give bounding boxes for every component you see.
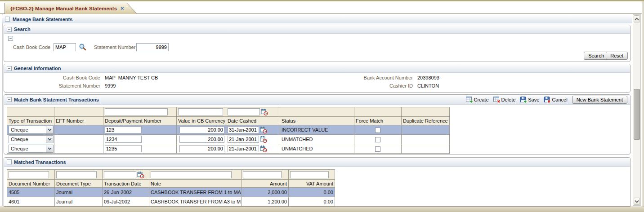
transaction-date-cell[interactable]: 26-Jun-2002 bbox=[103, 188, 149, 197]
tab-manage-manual-bank-statements[interactable]: {FCBO-2} Manage Manual Bank Statements × bbox=[4, 3, 137, 14]
type-of-transaction-select[interactable]: Cheque bbox=[9, 135, 54, 143]
type-of-transaction-select[interactable]: Cheque bbox=[9, 145, 54, 153]
vat-amount-cell[interactable]: 0.00 bbox=[289, 197, 335, 207]
note-cell[interactable]: CASHBOOK TRANSFER FROM A3 to MAP bbox=[149, 197, 242, 207]
force-match-checkbox[interactable] bbox=[375, 128, 380, 133]
value-filter-input[interactable] bbox=[178, 108, 223, 115]
date-picker-icon[interactable] bbox=[137, 171, 144, 178]
scroll-down-icon[interactable] bbox=[634, 198, 640, 205]
column-header[interactable]: VAT Amount bbox=[289, 180, 335, 188]
duplicate-reference-cell[interactable] bbox=[402, 144, 450, 154]
transaction-date-cell[interactable]: 09-Jul-2002 bbox=[103, 197, 149, 207]
date-cashed-input[interactable] bbox=[228, 145, 259, 152]
status-cell[interactable]: UNMATCHED bbox=[280, 144, 354, 154]
column-header[interactable]: Force Match bbox=[354, 117, 402, 125]
deposit-number-filter-input[interactable] bbox=[105, 108, 168, 115]
column-header[interactable]: Status bbox=[280, 117, 354, 125]
new-bank-statement-button[interactable]: New Bank Statement bbox=[572, 96, 627, 104]
cash-book-code-input[interactable] bbox=[54, 43, 76, 51]
eft-cell[interactable] bbox=[54, 125, 103, 135]
matched-table-row[interactable]: 4601 Journal 09-Jul-2002 CASHBOOK TRANSF… bbox=[7, 197, 335, 207]
column-header[interactable]: EFT Number bbox=[54, 117, 103, 125]
amount-filter-input[interactable] bbox=[243, 171, 282, 178]
cancel-button[interactable]: Cancel bbox=[544, 96, 567, 103]
match-table-row[interactable]: Cheque UNMATCHED bbox=[7, 144, 450, 154]
transaction-date-filter-input[interactable] bbox=[104, 171, 136, 178]
collapse-icon-search-criteria[interactable]: − bbox=[8, 36, 13, 41]
collapse-icon-page[interactable]: − bbox=[5, 17, 10, 22]
value-input[interactable] bbox=[179, 145, 224, 152]
match-table-row[interactable]: Cheque INCORRECT VALUE bbox=[7, 125, 450, 135]
collapse-icon-match[interactable]: − bbox=[7, 97, 12, 102]
reset-button[interactable]: Reset bbox=[606, 52, 628, 60]
match-table-row[interactable]: Cheque UNMATCHED bbox=[7, 135, 450, 144]
document-type-filter-input[interactable] bbox=[56, 171, 97, 178]
matched-table-row[interactable]: 4585 Journal 26-Jun-2002 CASHBOOK TRANSF… bbox=[7, 188, 335, 197]
collapse-icon-search[interactable]: − bbox=[7, 27, 12, 32]
document-type-cell[interactable]: Journal bbox=[55, 197, 103, 207]
scrollbar-thumb[interactable] bbox=[634, 89, 640, 140]
date-picker-icon[interactable] bbox=[260, 136, 267, 143]
filter-cell bbox=[149, 170, 242, 180]
column-header[interactable]: Note bbox=[149, 180, 242, 188]
scroll-up-icon[interactable] bbox=[634, 15, 640, 22]
amount-cell[interactable]: 2,000.00 bbox=[242, 188, 289, 197]
tab-close-icon[interactable]: × bbox=[121, 6, 124, 11]
collapse-icon-general-info[interactable]: − bbox=[7, 66, 12, 71]
lookup-magnifier-icon[interactable] bbox=[79, 43, 87, 51]
document-number-cell[interactable]: 4585 bbox=[7, 188, 55, 197]
collapse-icon-matched[interactable]: − bbox=[7, 159, 12, 164]
deposit-number-input[interactable] bbox=[105, 145, 142, 152]
column-header[interactable]: Deposit/Payment Number bbox=[103, 117, 177, 125]
date-picker-icon[interactable] bbox=[260, 145, 267, 152]
eft-cell[interactable] bbox=[54, 135, 103, 144]
general-information-title: General Information bbox=[14, 66, 61, 71]
date-picker-icon[interactable] bbox=[261, 108, 268, 115]
date-picker-icon[interactable] bbox=[260, 126, 267, 133]
status-cell[interactable]: UNMATCHED bbox=[280, 135, 354, 144]
match-transactions-table: Type of Transaction EFT Number Deposit/P… bbox=[7, 107, 450, 154]
vat-amount-filter-input[interactable] bbox=[290, 171, 329, 178]
column-header[interactable]: Amount bbox=[242, 180, 289, 188]
document-number-cell[interactable]: 4601 bbox=[7, 197, 55, 207]
deposit-number-input[interactable] bbox=[105, 126, 142, 133]
match-transactions-title: Match Bank Statement Transactions bbox=[14, 97, 99, 102]
column-header[interactable]: Type of Transaction bbox=[7, 117, 54, 125]
duplicate-reference-cell[interactable] bbox=[402, 135, 450, 144]
vat-amount-cell[interactable]: 0.00 bbox=[289, 188, 335, 197]
create-button[interactable]: Create bbox=[466, 96, 489, 103]
date-cashed-filter-input[interactable] bbox=[228, 108, 260, 115]
eft-cell[interactable] bbox=[54, 144, 103, 154]
note-cell[interactable]: CASHBOOK TRANSFER FROM 1 to MAP bbox=[149, 188, 242, 197]
filter-cell bbox=[54, 107, 103, 117]
general-information-panel: − General Information Cash Book Code MAP… bbox=[4, 64, 631, 93]
value-input[interactable] bbox=[179, 136, 224, 143]
force-match-checkbox[interactable] bbox=[375, 146, 380, 152]
value-input[interactable] bbox=[179, 126, 224, 133]
delete-table-icon bbox=[493, 96, 501, 103]
column-header[interactable]: Duplicate Reference bbox=[402, 117, 450, 125]
amount-cell[interactable]: 1,200.00 bbox=[242, 197, 289, 207]
note-filter-input[interactable] bbox=[151, 171, 232, 178]
status-cell[interactable]: INCORRECT VALUE bbox=[280, 125, 354, 135]
search-button[interactable]: Search bbox=[584, 52, 608, 60]
force-match-checkbox[interactable] bbox=[375, 137, 380, 142]
column-header[interactable]: Date Cashed bbox=[226, 117, 280, 125]
deposit-number-input[interactable] bbox=[105, 136, 142, 143]
date-cashed-input[interactable] bbox=[228, 136, 259, 143]
delete-button[interactable]: Delete bbox=[493, 96, 516, 103]
matched-transactions-header: − Matched Transactions bbox=[4, 158, 630, 167]
vertical-scrollbar[interactable] bbox=[633, 14, 641, 206]
column-header[interactable]: Document Type bbox=[55, 180, 103, 188]
type-of-transaction-select[interactable]: Cheque bbox=[9, 126, 54, 134]
document-number-filter-input[interactable] bbox=[9, 171, 49, 178]
date-cashed-input[interactable] bbox=[228, 126, 259, 133]
column-header[interactable]: Value in CB Currency bbox=[177, 117, 226, 125]
document-type-cell[interactable]: Journal bbox=[55, 188, 103, 197]
column-header[interactable]: Document Number bbox=[7, 180, 55, 188]
save-button[interactable]: Save bbox=[520, 96, 539, 103]
column-header[interactable]: Transaction Date bbox=[103, 180, 149, 188]
general-information-header: − General Information bbox=[4, 64, 630, 73]
duplicate-reference-cell[interactable] bbox=[402, 125, 450, 135]
statement-number-input[interactable] bbox=[136, 43, 169, 51]
